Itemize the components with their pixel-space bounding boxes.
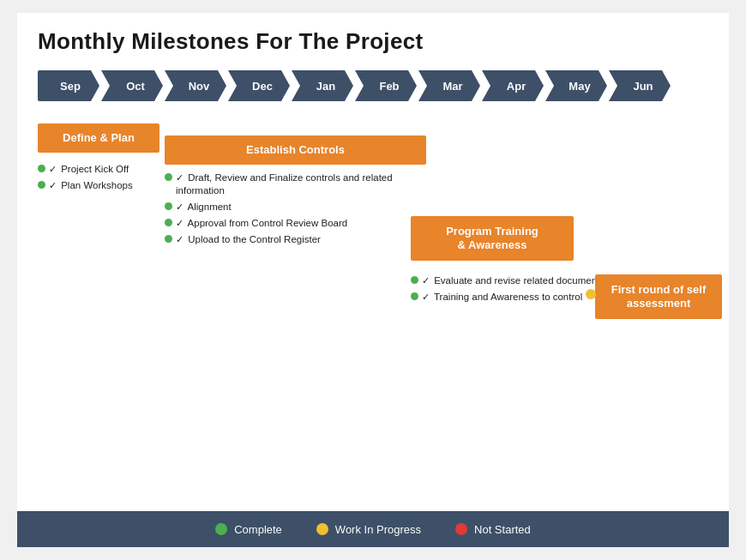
bullet-plan-workshops: ✓ Plan Workshops [38,179,175,192]
establish-controls-bar: Establish Controls [165,135,426,165]
legend-in-progress: Work In Progress [316,523,421,536]
bullet-upload: ✓ Upload to the Control Register [165,233,396,246]
month-jun: Jun [609,70,671,101]
legend-dot-yellow [316,523,328,535]
month-jan: Jan [292,70,353,101]
month-nov: Nov [165,70,226,101]
bullet-evaluate: ✓ Evaluate and revise related documents [411,274,617,287]
first-round-bar: First round of self assessment [595,274,722,319]
green-dot-8 [411,292,418,300]
green-dot-5 [165,219,172,226]
green-dot-2 [38,181,45,189]
month-sep: Sep [38,70,99,101]
month-dec: Dec [228,70,290,101]
green-dot-7 [411,276,418,284]
main-content: Monthly Milestones For The Project Sep O… [17,13,729,511]
program-training-bar: Program Training & Awareness [411,216,574,261]
legend-dot-red [455,523,467,535]
month-apr: Apr [482,70,544,101]
bullet-alignment: ✓ Alignment [165,201,396,214]
green-dot-4 [165,202,172,210]
month-may: May [545,70,607,101]
define-plan-bar: Define & Plan [38,123,159,153]
legend-dot-green [215,523,227,535]
green-dot [38,165,45,172]
footer-legend: Complete Work In Progress Not Started [17,511,729,547]
green-dot-3 [165,173,172,181]
green-dot-6 [165,235,172,243]
bullet-draft: ✓ Draft, Review and Finalize controls an… [165,172,396,197]
page-wrapper: Monthly Milestones For The Project Sep O… [0,0,746,560]
legend-complete: Complete [215,523,282,536]
define-plan-box: Define & Plan [38,123,159,153]
timeline-row: Sep Oct Nov Dec Jan Feb Mar Apr [38,70,708,101]
month-feb: Feb [355,70,417,101]
middle-bullets: ✓ Draft, Review and Finalize controls an… [165,172,396,250]
bullet-kickoff: ✓ Project Kick Off [38,163,175,176]
legend-not-started: Not Started [455,523,531,536]
left-bullets: ✓ Project Kick Off ✓ Plan Workshops [38,163,175,196]
month-mar: Mar [418,70,480,101]
month-oct: Oct [101,70,163,101]
yellow-dot-connector [586,289,596,299]
gantt-container: Define & Plan Establish Controls ✓ Proje… [38,123,708,501]
bullet-approval: ✓ Approval from Control Review Board [165,217,396,230]
page-title: Monthly Milestones For The Project [38,28,708,55]
